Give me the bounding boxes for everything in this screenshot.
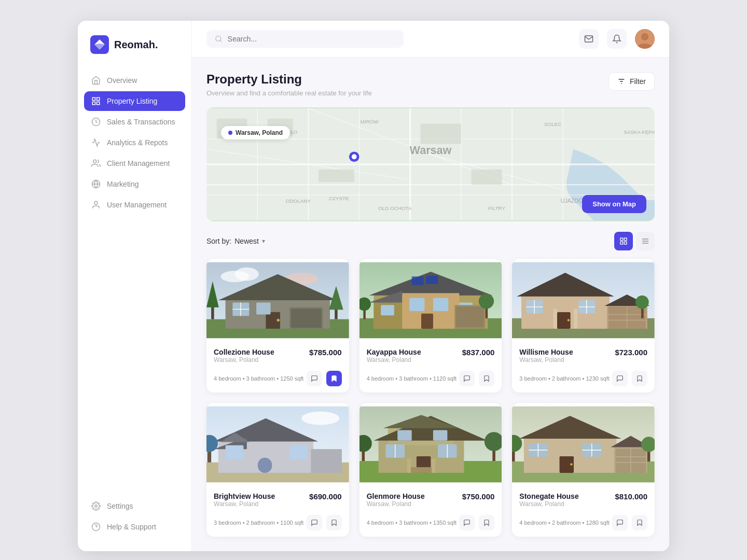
map-location-label: Warsaw, Poland — [236, 129, 283, 136]
avatar[interactable] — [635, 29, 655, 49]
bookmark-button-2[interactable] — [479, 371, 494, 386]
property-footer-6: 4 bedroom • 2 bathroom • 1280 sqft — [519, 515, 647, 530]
avatar-img — [635, 29, 655, 49]
mail-icon — [584, 34, 593, 44]
marketing-icon — [91, 179, 101, 189]
message-button-3[interactable] — [612, 371, 628, 386]
top-header — [192, 21, 669, 58]
page-header: Property Listing Overview and find a com… — [206, 72, 655, 97]
analytics-icon — [91, 138, 101, 147]
property-image-4 — [206, 403, 349, 486]
header-actions — [579, 29, 655, 49]
property-details-4: 3 bedroom • 2 bathroom • 1100 sqft — [214, 520, 303, 526]
property-card-1: Collezione House Warsaw, Poland $785.000… — [206, 259, 349, 393]
property-actions-4 — [307, 515, 342, 530]
property-actions-5 — [459, 515, 494, 530]
svg-rect-149 — [432, 458, 435, 472]
property-top-6: Stonegate House Warsaw, Poland $810.000 — [519, 492, 647, 513]
property-price-2: $837.000 — [462, 348, 495, 357]
sidebar-item-marketing[interactable]: Marketing — [84, 174, 185, 194]
messages-button[interactable] — [579, 29, 599, 49]
logo-area: Reomah. — [78, 35, 191, 71]
notifications-button[interactable] — [607, 29, 627, 49]
message-icon — [311, 519, 318, 526]
sidebar-item-overview[interactable]: Overview — [84, 71, 185, 90]
sidebar-item-settings[interactable]: Settings — [84, 496, 185, 516]
sidebar-label-sales: Sales & Transactions — [107, 118, 175, 126]
property-top-1: Collezione House Warsaw, Poland $785.000 — [214, 348, 342, 369]
property-footer-5: 4 bedroom • 3 bathroom • 1350 sqft — [367, 515, 495, 530]
svg-text:ODOLANY: ODOLANY — [286, 198, 311, 203]
grid-icon — [619, 237, 628, 245]
message-button-5[interactable] — [459, 515, 475, 530]
property-price-3: $723.000 — [615, 348, 647, 357]
grid-view-button[interactable] — [614, 232, 633, 250]
sort-chevron-icon: ▾ — [262, 237, 265, 245]
search-bar[interactable] — [206, 30, 404, 48]
message-button-6[interactable] — [612, 515, 628, 530]
sidebar-item-property-listing[interactable]: Property Listing — [84, 91, 185, 111]
bookmark-button-4[interactable] — [326, 515, 342, 530]
filter-icon — [617, 77, 626, 86]
svg-rect-52 — [620, 238, 623, 241]
property-top-4: Brightview House Warsaw, Poland $690.000 — [214, 492, 342, 513]
sidebar-label-help: Help & Support — [107, 523, 156, 531]
sort-dropdown[interactable]: Sort by: Newest ▾ — [206, 237, 265, 245]
sidebar-item-help[interactable]: Help & Support — [84, 517, 185, 537]
sort-value: Newest — [234, 237, 259, 245]
property-details-1: 4 bedroom • 3 bathroom • 1250 sqft — [214, 375, 303, 382]
sidebar: Reomah. Overview Property Listing — [78, 21, 192, 551]
sidebar-item-users[interactable]: User Management — [84, 195, 185, 215]
svg-point-67 — [276, 319, 279, 321]
svg-rect-128 — [226, 445, 244, 459]
svg-point-120 — [635, 296, 649, 309]
sidebar-item-sales[interactable]: Sales & Transactions — [84, 112, 185, 132]
sidebar-label-marketing: Marketing — [107, 180, 139, 188]
svg-text:SOLEC: SOLEC — [544, 121, 561, 127]
svg-text:MIRÓW: MIRÓW — [361, 119, 379, 124]
list-icon — [641, 237, 649, 245]
svg-point-110 — [568, 319, 570, 321]
bookmark-button-6[interactable] — [632, 515, 647, 530]
svg-text:FILTRY: FILTRY — [488, 205, 505, 211]
property-actions-6 — [612, 515, 647, 530]
bookmark-button-3[interactable] — [632, 371, 647, 386]
message-icon — [616, 519, 624, 526]
page-subtitle: Overview and find a comfortable real est… — [206, 89, 372, 97]
message-icon — [616, 375, 624, 382]
filter-button[interactable]: Filter — [608, 72, 655, 91]
show-on-map-button[interactable]: Show on Map — [582, 195, 646, 213]
property-info-1: Collezione House Warsaw, Poland $785.000… — [206, 342, 349, 393]
sidebar-item-analytics[interactable]: Analytics & Repots — [84, 133, 185, 152]
message-icon — [463, 375, 471, 382]
list-view-button[interactable] — [636, 232, 655, 250]
property-name-4: Brightview House Warsaw, Poland — [214, 492, 275, 513]
search-input[interactable] — [228, 35, 395, 43]
property-price-1: $785.000 — [309, 348, 342, 357]
logo-text: Reomah. — [114, 39, 158, 51]
message-button-2[interactable] — [459, 371, 475, 386]
map-container: Warsaw MOCZYDŁO MIRÓW ODOLANY OLD OCHOTA… — [206, 107, 655, 221]
bookmark-icon — [330, 519, 338, 526]
sort-bar: Sort by: Newest ▾ — [206, 232, 655, 250]
message-icon — [463, 519, 471, 526]
message-button-4[interactable] — [307, 515, 322, 530]
property-image-2 — [359, 259, 502, 342]
bookmark-icon — [483, 375, 490, 382]
svg-point-10 — [95, 505, 98, 508]
svg-rect-55 — [624, 242, 627, 244]
property-image-3 — [512, 259, 655, 342]
bookmark-button-5[interactable] — [479, 515, 494, 530]
svg-rect-127 — [258, 457, 272, 472]
property-image-5 — [359, 403, 502, 486]
property-info-3: Willisme House Warsaw, Poland $723.000 3… — [512, 342, 655, 393]
svg-rect-38 — [420, 123, 461, 144]
sidebar-label-settings: Settings — [107, 502, 133, 510]
sidebar-item-clients[interactable]: Client Management — [84, 153, 185, 173]
message-button-1[interactable] — [307, 371, 322, 386]
property-card-2: Kayappa House Warsaw, Poland $837.000 4 … — [359, 259, 502, 393]
bookmark-button-1[interactable] — [326, 371, 342, 386]
property-name-6: Stonegate House Warsaw, Poland — [519, 492, 578, 513]
page-title: Property Listing — [206, 72, 372, 87]
logo-icon — [90, 35, 109, 54]
